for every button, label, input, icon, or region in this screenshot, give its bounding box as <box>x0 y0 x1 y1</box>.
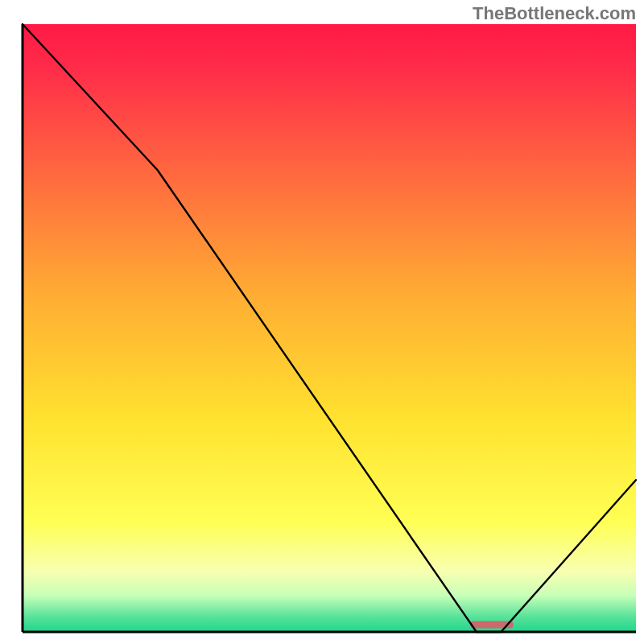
watermark-text: TheBottleneck.com <box>473 3 636 24</box>
plot-background <box>23 24 636 632</box>
chart-container: TheBottleneck.com <box>0 0 644 644</box>
bottleneck-chart <box>0 0 644 644</box>
